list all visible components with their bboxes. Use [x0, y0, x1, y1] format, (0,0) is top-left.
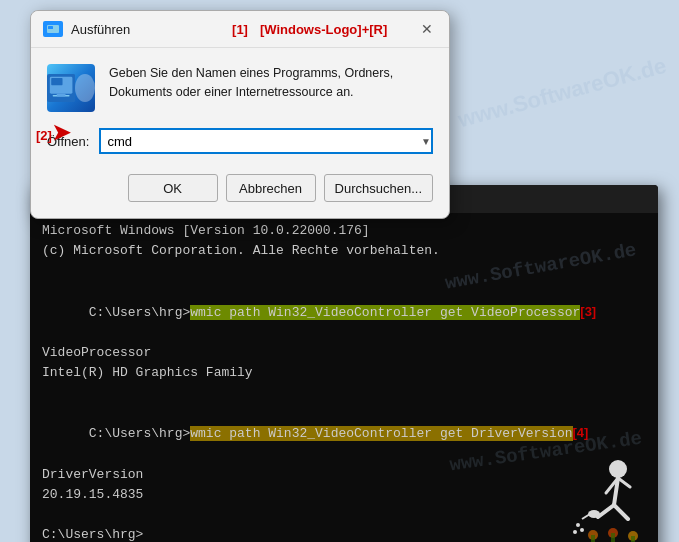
svg-line-11 [614, 505, 628, 519]
cmd-output1-header: VideoProcessor [42, 343, 646, 363]
svg-point-18 [580, 528, 584, 532]
dialog-titlebar: Ausführen [1] [Windows-Logo]+[R] ✕ [31, 11, 449, 48]
ok-button[interactable]: OK [128, 174, 218, 202]
cmd-output1-value: Intel(R) HD Graphics Family [42, 363, 646, 383]
cmd-version-line: Microsoft Windows [Version 10.0.22000.17… [42, 221, 646, 241]
annotation-2-text: [2] [36, 128, 52, 143]
run-app-icon [47, 64, 95, 112]
cmd-body[interactable]: Microsoft Windows [Version 10.0.22000.17… [30, 213, 658, 542]
cmd-prompt-final: C:\Users\hrg> [42, 525, 646, 542]
dialog-input-row: Öffnen: ▼ [31, 124, 449, 166]
cmd-blank-1 [42, 261, 646, 281]
svg-rect-7 [57, 94, 65, 97]
cmd-command-1: wmic path Win32_VideoController get Vide… [190, 305, 580, 320]
open-input[interactable] [99, 128, 433, 154]
watermark-bg: www.SoftwareOK.de [455, 53, 669, 134]
cmd-blank-3 [42, 505, 646, 525]
browse-button[interactable]: Durchsuchen... [324, 174, 433, 202]
cmd-prompt-text-1: C:\Users\hrg> [89, 305, 190, 320]
svg-line-10 [598, 505, 614, 517]
svg-point-8 [609, 460, 627, 478]
cmd-blank-2 [42, 383, 646, 403]
dialog-body: Geben Sie den Namen eines Programms, Ord… [31, 48, 449, 124]
annotation-1-label: [1] [232, 22, 248, 37]
svg-rect-2 [48, 26, 53, 29]
cmd-prompt-1: C:\Users\hrg>wmic path Win32_VideoContro… [42, 281, 646, 342]
shortcut-label: [Windows-Logo]+[R] [260, 22, 409, 37]
cmd-prompt-text-2: C:\Users\hrg> [89, 426, 190, 441]
svg-point-16 [576, 523, 580, 527]
description-line2: Dokuments oder einer Internetressource a… [109, 83, 393, 102]
svg-line-13 [618, 478, 630, 487]
run-dialog: Ausführen [1] [Windows-Logo]+[R] ✕ Geben… [30, 10, 450, 219]
close-button[interactable]: ✕ [417, 19, 437, 39]
dialog-buttons: OK Abbrechen Durchsuchen... [31, 166, 449, 218]
annotation-4: [4] [573, 425, 589, 440]
annotation-2-label: ➤ [52, 122, 70, 144]
input-wrapper: ▼ [99, 128, 433, 154]
cmd-command-2: wmic path Win32_VideoController get Driv… [190, 426, 572, 441]
svg-line-15 [582, 514, 590, 519]
dialog-title: Ausführen [71, 22, 220, 37]
cancel-button[interactable]: Abbrechen [226, 174, 316, 202]
cmd-output2-value: 20.19.15.4835 [42, 485, 646, 505]
description-line1: Geben Sie den Namen eines Programms, Ord… [109, 64, 393, 83]
cmd-output2-header: DriverVersion [42, 465, 646, 485]
svg-point-17 [573, 530, 577, 534]
cmd-copyright-line: (c) Microsoft Corporation. Alle Rechte v… [42, 241, 646, 261]
svg-rect-5 [51, 78, 62, 85]
dialog-description: Geben Sie den Namen eines Programms, Ord… [109, 64, 393, 102]
cmd-window: C:\Windows\system32\cmd.exe Microsoft Wi… [30, 185, 658, 542]
dropdown-arrow-icon[interactable]: ▼ [421, 136, 431, 147]
cmd-prompt-2: C:\Users\hrg>wmic path Win32_VideoContro… [42, 403, 646, 464]
figure-silhouette [568, 457, 638, 542]
annotation-3: [3] [580, 304, 596, 319]
run-dialog-icon [43, 21, 63, 37]
